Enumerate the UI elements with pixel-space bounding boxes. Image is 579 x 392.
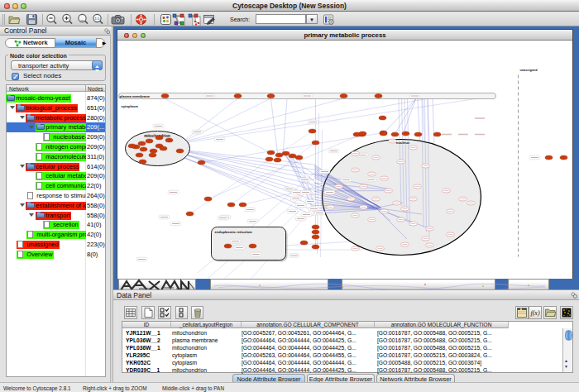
svg-text:f(x): f(x) xyxy=(530,309,539,317)
svg-text:endoplasmic reticulum: endoplasmic reticulum xyxy=(215,230,253,234)
svg-text:cytoplasm: cytoplasm xyxy=(122,104,139,108)
svg-text:1:1: 1:1 xyxy=(95,17,100,21)
svg-text:plasma membrane: plasma membrane xyxy=(120,94,151,98)
svg-text:unassigned: unassigned xyxy=(520,69,538,72)
